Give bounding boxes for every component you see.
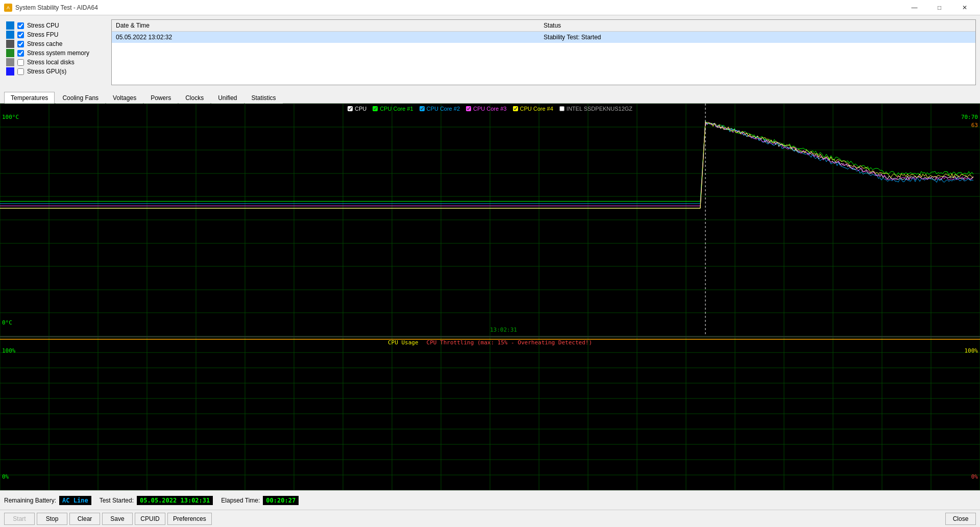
legend-item-CPU_Core_#1: CPU Core #1 [373,106,413,112]
close-button[interactable]: Close [945,513,976,525]
legend-label: CPU [355,106,366,112]
legend-checkbox-INTEL_SSDPEKNUS12GZ[interactable] [559,106,565,111]
usage-chart-legend: CPU Usage CPU Throttling (max: 15% - Ove… [388,339,592,346]
elapsed-time-item: Elapsed Time: 00:20:27 [221,496,299,505]
main-content: Stress CPUStress FPUStress cacheStress s… [0,15,980,527]
toolbar-right: Close [945,513,976,525]
checkbox-item-stress-memory: Stress system memory [6,49,104,57]
stress-cpu-label: Stress CPU [27,22,59,29]
checkbox-item-stress-fpu: Stress FPU [6,31,104,39]
tab-voltages[interactable]: Voltages [106,92,143,104]
legend-item-CPU_Core_#4: CPU Core #4 [512,106,553,112]
stress-memory-checkbox[interactable] [17,50,24,57]
toolbar: Start Stop Clear Save CPUID Preferences … [0,510,980,527]
test-started-value: 05.05.2022 13:02:31 [137,496,213,505]
legend-checkbox-CPU_Core_#3[interactable] [466,106,471,111]
title-bar-controls: — □ ✕ [903,2,976,13]
temp-x-label: 13:02:31 [490,327,517,333]
cpuid-button[interactable]: CPUID [135,513,165,525]
legend-item-CPU_Core_#3: CPU Core #3 [466,106,506,112]
legend-checkbox-CPU[interactable] [348,106,353,111]
tab-powers[interactable]: Powers [144,92,178,104]
log-cell-status: Stability Test: Started [540,32,975,43]
stress-disks-icon [6,58,14,66]
tab-statistics[interactable]: Statistics [245,92,283,104]
temp-chart-legend: CPUCPU Core #1CPU Core #2CPU Core #3CPU … [348,106,632,112]
log-cell-datetime: 05.05.2022 13:02:32 [112,32,540,43]
usage-right-top: 100% [965,347,978,354]
stress-fpu-checkbox[interactable] [17,32,24,38]
remaining-battery-item: Remaining Battery: AC Line [4,496,91,505]
temp-right-bottom: 63 [971,122,978,129]
legend-label: CPU Core #1 [380,106,413,112]
log-table-container: Date & Time Status 05.05.2022 13:02:32St… [111,19,976,85]
legend-checkbox-CPU_Core_#2[interactable] [420,106,425,111]
usage-legend-main: CPU Usage [388,339,419,346]
checkbox-item-stress-cache: Stress cache [6,40,104,48]
elapsed-time-value: 00:20:27 [263,496,299,505]
maximize-button[interactable]: □ [928,2,951,13]
close-window-button[interactable]: ✕ [953,2,976,13]
charts-container: CPUCPU Core #1CPU Core #2CPU Core #3CPU … [0,104,980,490]
stress-fpu-label: Stress FPU [27,31,58,38]
log-col-datetime: Date & Time [112,20,540,32]
legend-checkbox-CPU_Core_#1[interactable] [373,106,378,111]
temp-y-top: 100°C [2,114,19,120]
stress-memory-label: Stress system memory [27,49,89,57]
checkbox-item-stress-gpu: Stress GPU(s) [6,67,104,76]
title-bar: A System Stability Test - AIDA64 — □ ✕ [0,0,980,15]
legend-item-INTEL_SSDPEKNUS12GZ: INTEL SSDPEKNUS12GZ [559,106,632,112]
stress-memory-icon [6,49,14,57]
stress-gpu-icon [6,67,14,76]
log-col-status: Status [540,20,975,32]
legend-label: INTEL SSDPEKNUS12GZ [567,106,632,112]
stress-cpu-icon [6,21,14,30]
usage-y-bottom: 0% [2,473,9,480]
top-section: Stress CPUStress FPUStress cacheStress s… [0,15,980,89]
usage-legend-throttle: CPU Throttling (max: 15% - Overheating D… [427,339,593,346]
stress-cache-icon [6,40,14,48]
stress-disks-label: Stress local disks [27,59,75,66]
remaining-battery-label: Remaining Battery: [4,497,56,504]
log-row: 05.05.2022 13:02:32Stability Test: Start… [112,32,975,43]
temp-canvas [0,104,980,336]
stress-cache-checkbox[interactable] [17,41,24,47]
tabs-bar: TemperaturesCooling FansVoltagesPowersCl… [0,89,980,104]
usage-y-top: 100% [2,347,16,354]
legend-label: CPU Core #3 [473,106,506,112]
stop-button[interactable]: Stop [37,513,67,525]
legend-checkbox-CPU_Core_#4[interactable] [512,106,518,111]
start-button[interactable]: Start [4,513,35,525]
checkbox-item-stress-cpu: Stress CPU [6,21,104,30]
checkbox-panel: Stress CPUStress FPUStress cacheStress s… [4,19,106,85]
temp-right-top: 70:70 [961,114,978,120]
temperature-chart: CPUCPU Core #1CPU Core #2CPU Core #3CPU … [0,104,980,337]
cpu-usage-chart: CPU Usage CPU Throttling (max: 15% - Ove… [0,337,980,490]
tab-cooling-fans[interactable]: Cooling Fans [56,92,105,104]
status-bar: Remaining Battery: AC Line Test Started:… [0,490,980,510]
usage-right-bottom: 0% [971,473,978,480]
legend-item-CPU: CPU [348,106,366,112]
test-started-label: Test Started: [100,497,134,504]
legend-label: CPU Core #2 [427,106,460,112]
save-button[interactable]: Save [102,513,133,525]
stress-gpu-checkbox[interactable] [17,68,24,75]
app-icon: A [4,4,12,12]
clear-button[interactable]: Clear [69,513,100,525]
remaining-battery-value: AC Line [59,496,91,505]
tab-clocks[interactable]: Clocks [179,92,210,104]
tab-unified[interactable]: Unified [211,92,243,104]
toolbar-left: Start Stop Clear Save CPUID Preferences [4,513,212,525]
tab-temperatures[interactable]: Temperatures [4,92,55,104]
minimize-button[interactable]: — [903,2,926,13]
test-started-item: Test Started: 05.05.2022 13:02:31 [100,496,213,505]
legend-item-CPU_Core_#2: CPU Core #2 [420,106,460,112]
stress-fpu-icon [6,31,14,39]
stress-disks-checkbox[interactable] [17,59,24,66]
checkbox-item-stress-disks: Stress local disks [6,58,104,66]
preferences-button[interactable]: Preferences [167,513,212,525]
legend-label: CPU Core #4 [520,106,553,112]
stress-cpu-checkbox[interactable] [17,22,24,29]
log-table: Date & Time Status 05.05.2022 13:02:32St… [112,20,975,43]
temp-y-bottom: 0°C [2,319,12,326]
